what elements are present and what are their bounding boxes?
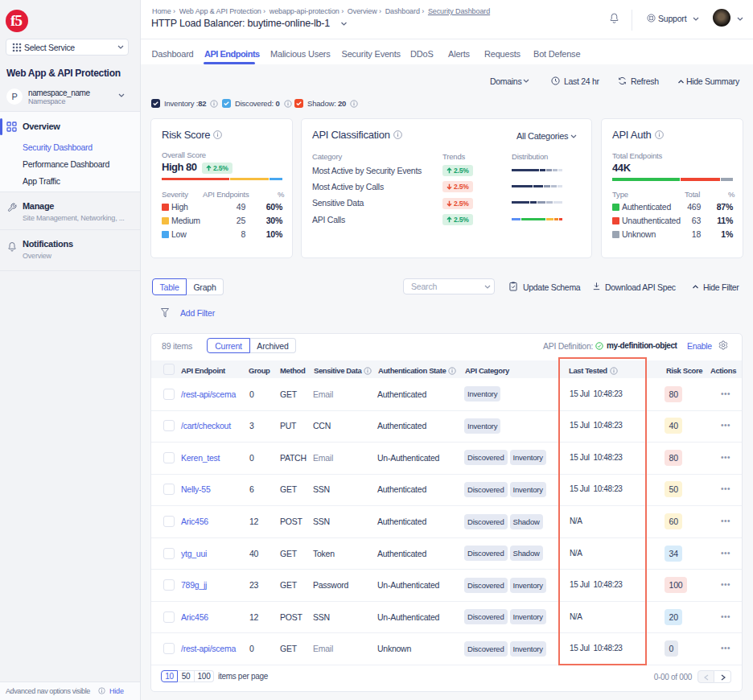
svg-text:f5: f5 [10,12,22,29]
